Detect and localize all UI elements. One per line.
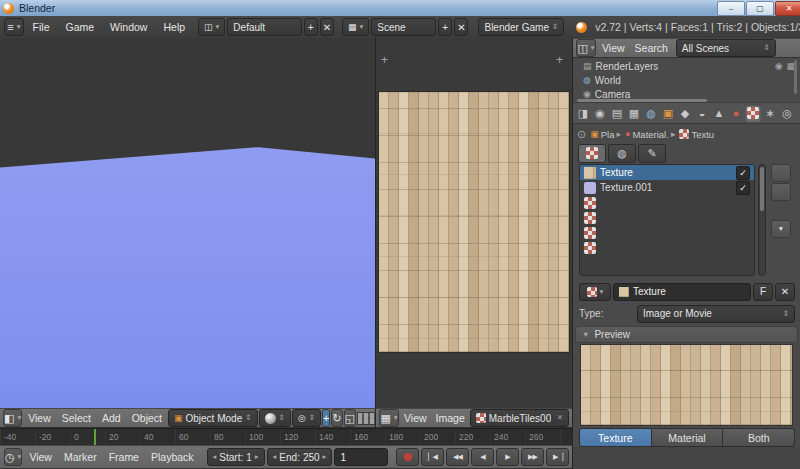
menu-search-outliner[interactable]: Search (631, 42, 672, 54)
preview-both-button[interactable]: Both (723, 428, 795, 447)
window-titlebar[interactable]: Blender – ▢ ✕ (0, 0, 800, 17)
current-frame-field[interactable]: 1 (334, 448, 388, 466)
uv-image-canvas[interactable] (379, 92, 569, 352)
outliner-vertical-scrollbar[interactable] (794, 60, 797, 94)
breadcrumb-texture[interactable]: Textu (679, 129, 714, 140)
texture-slot-empty[interactable] (580, 240, 754, 255)
scene-browse-button[interactable]: ▦ ▾ (342, 18, 369, 36)
jump-to-end-button[interactable]: ▶▕ (546, 448, 569, 466)
manipulator-scale-button[interactable]: ◱ (344, 409, 356, 427)
menu-image-uv[interactable]: Image (432, 412, 469, 424)
tab-render-layers[interactable]: ▤ (609, 104, 625, 122)
layers-widget[interactable] (357, 412, 375, 425)
step-left-icon[interactable]: ◂ (213, 453, 217, 461)
plane-object[interactable] (0, 38, 375, 408)
texture-name-field[interactable]: Texture (613, 283, 751, 301)
pivot-point-select[interactable]: ◎ ⇕ (292, 409, 321, 427)
outliner-item-world[interactable]: ◍ World (583, 74, 795, 87)
close-button[interactable]: ✕ (775, 1, 800, 16)
editor-type-button-info[interactable]: ≡ ▾ (4, 18, 24, 36)
end-frame-field[interactable]: ◂ End: 250 ▸ (267, 448, 333, 466)
tab-scene[interactable]: ▦ (626, 104, 642, 122)
texture-slot-row[interactable]: Texture ✓ (580, 165, 754, 180)
breadcrumb-material[interactable]: ● Material. ▸ (625, 129, 675, 140)
manipulator-rotate-button[interactable]: ↻ (331, 409, 342, 427)
preview-texture-button[interactable]: Texture (579, 428, 652, 447)
tab-texture[interactable] (745, 104, 761, 122)
viewport-3d[interactable] (0, 38, 375, 408)
menu-object-3d[interactable]: Object (127, 412, 167, 424)
step-right-icon[interactable]: ▸ (323, 453, 327, 461)
mode-select[interactable]: ▣ Object Mode ⇕ (168, 409, 258, 427)
slot-list-scrollbar[interactable] (758, 164, 766, 276)
menu-help[interactable]: Help (156, 21, 192, 33)
world-textures-button[interactable]: ◍ (608, 144, 636, 163)
scene-name-field[interactable]: Scene (371, 18, 436, 36)
properties-editor-button[interactable]: ◨ (575, 104, 591, 122)
menu-game[interactable]: Game (59, 21, 102, 33)
screen-layout-browse-button[interactable]: ◫ ▾ (198, 18, 225, 36)
brush-textures-button[interactable]: ✎ (638, 144, 666, 163)
tab-modifiers[interactable]: ◒ (694, 104, 710, 122)
menu-view-3d[interactable]: View (23, 412, 56, 424)
manipulator-translate-button[interactable]: + (322, 409, 330, 427)
preview-panel-header[interactable]: ▼ Preview (575, 326, 798, 343)
texture-slot-empty[interactable] (580, 225, 754, 240)
render-engine-select[interactable]: Blender Game ⇕ (478, 18, 564, 36)
jump-to-start-button[interactable]: ▏◀ (421, 448, 444, 466)
texture-type-select[interactable]: Image or Movie ⇕ (637, 305, 795, 323)
tab-constraints[interactable]: ◆ (677, 104, 693, 122)
menu-select-3d[interactable]: Select (57, 412, 96, 424)
step-right-icon[interactable]: ▸ (255, 453, 259, 461)
material-textures-button[interactable] (578, 144, 606, 163)
prev-keyframe-button[interactable]: ◀◀ (446, 448, 469, 466)
unlink-image-icon[interactable]: ✕ (557, 414, 563, 422)
editor-type-button-timeline[interactable]: ◷ ▾ (4, 448, 22, 466)
slot-specials-menu-button[interactable]: ▾ (771, 220, 791, 238)
menu-playback[interactable]: Playback (146, 451, 199, 463)
menu-add-3d[interactable]: Add (97, 412, 126, 424)
screen-layout-add-button[interactable]: + (304, 18, 318, 36)
tab-world[interactable]: ◍ (643, 104, 659, 122)
step-left-icon[interactable]: ◂ (273, 453, 277, 461)
editor-type-button-uv[interactable]: ▦ ▾ (379, 409, 399, 427)
slot-move-down-button[interactable] (771, 183, 791, 201)
minimize-button[interactable]: – (717, 1, 745, 16)
breadcrumb-object[interactable]: ▣ Pla ▸ (590, 129, 621, 140)
region-expand-icon[interactable]: + (381, 53, 388, 67)
editor-type-button-outliner[interactable]: ◫ ▾ (576, 39, 596, 57)
menu-window[interactable]: Window (103, 21, 154, 33)
editor-type-button-3d[interactable]: ◧ ▾ (3, 409, 22, 427)
start-frame-field[interactable]: ◂ Start: 1 ▸ (207, 448, 265, 466)
menu-view-timeline[interactable]: View (24, 451, 57, 463)
unlink-texture-button[interactable]: ✕ (775, 283, 795, 301)
tab-physics[interactable]: ◎ (779, 104, 795, 122)
menu-file[interactable]: File (26, 21, 57, 33)
record-button[interactable] (396, 448, 419, 466)
tab-render[interactable]: ◉ (592, 104, 608, 122)
tab-data[interactable]: ▲ (711, 104, 727, 122)
fake-user-button[interactable]: F (753, 283, 773, 301)
texture-slot-list[interactable]: Texture ✓ Texture.001 ✓ (579, 164, 755, 276)
scrollbar-thumb[interactable] (760, 167, 764, 211)
preview-material-button[interactable]: Material (652, 428, 724, 447)
texture-enable-checkbox[interactable]: ✓ (736, 181, 750, 195)
texture-slot-empty[interactable] (580, 195, 754, 210)
next-keyframe-button[interactable]: ▶▶ (521, 448, 544, 466)
browse-texture-button[interactable]: ▾ (579, 283, 611, 301)
texture-slot-row[interactable]: Texture.001 ✓ (580, 180, 754, 195)
uv-image-editor[interactable]: + + (375, 38, 572, 408)
screen-layout-name-field[interactable]: Default (227, 18, 301, 36)
menu-frame[interactable]: Frame (104, 451, 144, 463)
viewport-shading-select[interactable]: ⇕ (259, 409, 291, 427)
tab-material[interactable]: ● (728, 104, 744, 122)
pin-icon[interactable]: ⊙ (577, 129, 586, 140)
slot-move-up-button[interactable] (771, 164, 791, 182)
texture-enable-checkbox[interactable]: ✓ (736, 166, 750, 180)
tab-particles[interactable]: ∗ (762, 104, 778, 122)
scene-add-button[interactable]: + (438, 18, 452, 36)
outliner-item-renderlayers[interactable]: ▤ RenderLayers ◉ ▦ (583, 60, 795, 73)
image-datablock-field[interactable]: MarbleTiles00 ✕ (470, 409, 569, 427)
tab-object[interactable]: ▣ (660, 104, 676, 122)
menu-view-uv[interactable]: View (400, 412, 431, 424)
